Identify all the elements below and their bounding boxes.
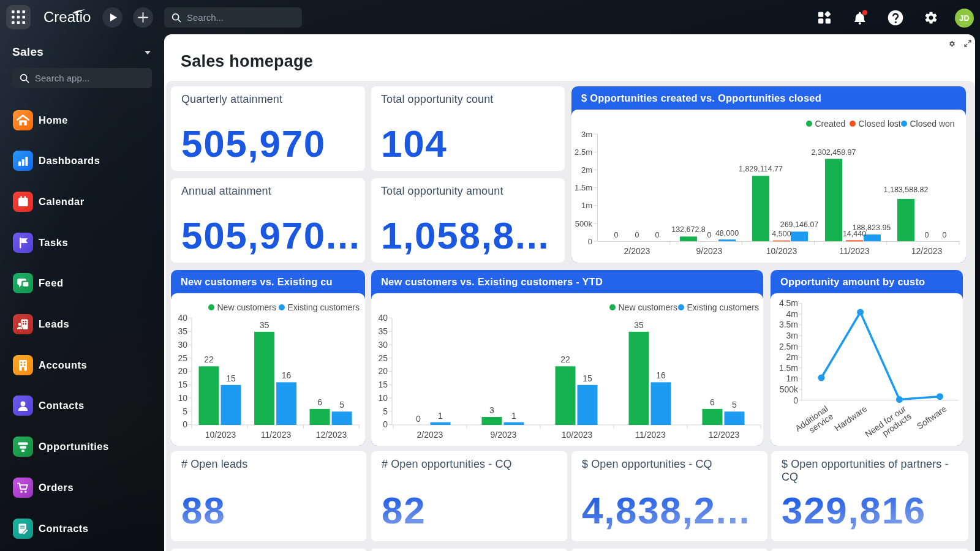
svg-text:2.5m: 2.5m (575, 148, 592, 157)
svg-text:3m: 3m (786, 331, 798, 340)
svg-text:10/2023: 10/2023 (562, 430, 593, 440)
svg-text:Closed won: Closed won (910, 119, 955, 129)
svg-text:Created: Created (815, 119, 846, 129)
svg-text:4.5m: 4.5m (779, 298, 798, 308)
svg-text:3.5m: 3.5m (779, 320, 798, 329)
svg-text:Need for ourproducts: Need for ourproducts (863, 403, 913, 446)
svg-text:1m: 1m (786, 373, 798, 383)
svg-text:10/2023: 10/2023 (205, 430, 236, 440)
svg-text:1m: 1m (581, 201, 592, 210)
svg-text:5: 5 (383, 407, 388, 416)
svg-text:35: 35 (178, 326, 187, 336)
svg-text:500k: 500k (780, 384, 799, 394)
svg-text:6: 6 (317, 397, 322, 407)
svg-text:0: 0 (183, 419, 187, 429)
svg-text:10/2023: 10/2023 (766, 246, 797, 256)
svg-text:9/2023: 9/2023 (491, 430, 517, 440)
svg-text:15: 15 (378, 380, 388, 389)
svg-text:11/2023: 11/2023 (839, 246, 870, 256)
svg-text:30: 30 (378, 340, 388, 350)
svg-text:2.5m: 2.5m (779, 342, 798, 351)
svg-text:Hardware: Hardware (832, 403, 869, 433)
svg-text:5: 5 (183, 407, 187, 416)
svg-text:500k: 500k (575, 219, 593, 228)
svg-text:22: 22 (204, 354, 214, 364)
svg-text:16: 16 (656, 370, 666, 380)
svg-text:0: 0 (383, 419, 388, 429)
svg-text:2m: 2m (581, 165, 592, 174)
svg-text:Existing customers: Existing customers (288, 302, 360, 312)
svg-text:188,823.95: 188,823.95 (853, 223, 891, 232)
svg-text:5: 5 (732, 400, 737, 410)
svg-text:2/2023: 2/2023 (417, 430, 443, 440)
svg-text:Additionalservice: Additionalservice (793, 403, 835, 441)
svg-text:40: 40 (178, 313, 187, 323)
svg-text:11/2023: 11/2023 (261, 430, 292, 440)
svg-text:Closed lost: Closed lost (859, 119, 901, 129)
svg-text:2/2023: 2/2023 (624, 246, 650, 256)
svg-text:1,183,588.82: 1,183,588.82 (884, 186, 929, 194)
svg-text:New customers: New customers (217, 302, 276, 312)
svg-text:1.5m: 1.5m (575, 183, 592, 192)
svg-text:10: 10 (378, 393, 388, 403)
svg-text:15: 15 (582, 373, 592, 383)
svg-text:35: 35 (260, 320, 270, 330)
svg-text:35: 35 (378, 326, 388, 336)
svg-text:2m: 2m (786, 352, 798, 362)
svg-text:12/2023: 12/2023 (709, 430, 740, 440)
svg-text:0: 0 (588, 237, 592, 246)
svg-text:0: 0 (614, 231, 619, 239)
svg-text:4,500: 4,500 (772, 230, 791, 238)
svg-text:0: 0 (655, 231, 660, 239)
svg-text:1: 1 (511, 411, 516, 421)
svg-text:10: 10 (178, 393, 187, 403)
svg-text:16: 16 (282, 370, 292, 380)
svg-text:6: 6 (710, 397, 715, 407)
svg-text:48,000: 48,000 (715, 229, 739, 238)
svg-text:1,829,114.77: 1,829,114.77 (739, 165, 783, 173)
svg-text:12/2023: 12/2023 (316, 430, 347, 440)
svg-text:0: 0 (707, 231, 712, 239)
svg-text:0: 0 (925, 231, 929, 239)
svg-text:1: 1 (438, 411, 443, 421)
svg-text:0: 0 (943, 231, 947, 239)
svg-text:22: 22 (560, 354, 570, 364)
svg-text:15: 15 (226, 373, 236, 383)
svg-text:20: 20 (378, 366, 388, 376)
svg-text:11/2023: 11/2023 (635, 430, 666, 440)
svg-text:4m: 4m (786, 309, 798, 319)
svg-text:9/2023: 9/2023 (696, 246, 723, 256)
svg-text:0: 0 (416, 414, 421, 424)
svg-text:132,672.8: 132,672.8 (671, 225, 706, 234)
svg-text:25: 25 (378, 353, 388, 363)
svg-text:Existing customers: Existing customers (687, 302, 759, 312)
svg-text:New customers: New customers (619, 302, 677, 312)
svg-text:2,302,458.97: 2,302,458.97 (812, 148, 856, 157)
svg-text:269,146.07: 269,146.07 (780, 220, 819, 229)
svg-text:25: 25 (178, 353, 187, 363)
svg-text:12/2023: 12/2023 (911, 246, 943, 256)
svg-text:35: 35 (634, 320, 644, 330)
svg-text:5: 5 (339, 400, 344, 410)
svg-text:40: 40 (378, 313, 388, 323)
svg-text:1.5m: 1.5m (779, 363, 798, 373)
svg-text:3m: 3m (581, 130, 592, 139)
svg-text:0: 0 (635, 231, 639, 239)
svg-text:Software: Software (915, 403, 949, 431)
svg-text:15: 15 (178, 380, 187, 389)
svg-text:3: 3 (489, 405, 494, 415)
svg-text:30: 30 (178, 340, 187, 350)
svg-text:0: 0 (793, 395, 798, 405)
svg-text:20: 20 (178, 366, 187, 376)
